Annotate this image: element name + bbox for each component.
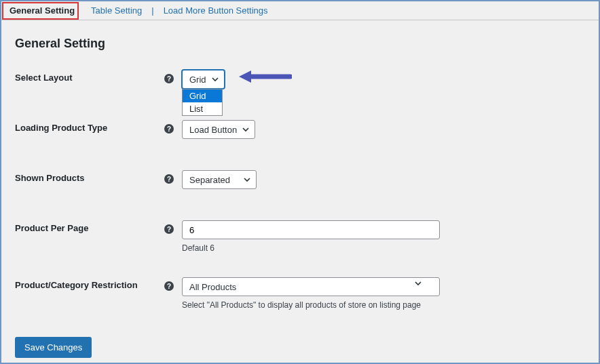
label-select-layout: Select Layout — [15, 70, 164, 83]
hint-per-page: Default 6 — [182, 243, 440, 253]
row-per-page: Product Per Page ? Default 6 — [15, 220, 585, 253]
annotation-arrow-icon — [238, 67, 292, 88]
select-shown-products[interactable]: Separated — [182, 170, 257, 189]
help-icon[interactable]: ? — [164, 224, 174, 234]
select-loading-type[interactable]: Load Button — [182, 120, 255, 139]
settings-panel: General Setting Table Setting | Load Mor… — [0, 0, 600, 364]
content-area: General Setting Select Layout ? Grid Gri… — [1, 20, 599, 364]
svg-marker-1 — [239, 70, 251, 83]
option-grid[interactable]: Grid — [183, 89, 222, 102]
row-loading-type: Loading Product Type ? Load Button — [15, 120, 585, 139]
label-loading-type: Loading Product Type — [15, 120, 164, 133]
tab-separator: | — [150, 5, 155, 16]
page-title: General Setting — [15, 37, 585, 51]
chevron-down-icon — [212, 76, 219, 83]
tab-table-setting[interactable]: Table Setting — [83, 1, 150, 20]
chevron-down-icon — [244, 176, 250, 183]
select-layout[interactable]: Grid — [182, 70, 225, 89]
row-select-layout: Select Layout ? Grid Grid List — [15, 70, 585, 89]
select-layout-dropdown: Grid List — [182, 89, 223, 116]
select-layout-value: Grid — [189, 75, 206, 85]
tab-bar: General Setting Table Setting | Load Mor… — [1, 1, 599, 20]
chevron-down-icon — [242, 126, 249, 133]
chevron-down-icon — [415, 280, 421, 287]
input-per-page[interactable] — [182, 220, 440, 239]
tab-load-more-settings[interactable]: Load More Button Settings — [155, 1, 276, 20]
tab-general-setting[interactable]: General Setting — [1, 1, 83, 20]
hint-restriction: Select "All Products" to display all pro… — [182, 300, 440, 310]
help-icon[interactable]: ? — [164, 281, 174, 291]
row-restriction: Product/Category Restriction ? All Produ… — [15, 277, 585, 310]
select-restriction[interactable]: All Products — [182, 277, 440, 296]
select-shown-products-value: Separated — [189, 175, 230, 185]
label-shown-products: Shown Products — [15, 170, 164, 183]
option-list[interactable]: List — [183, 102, 222, 115]
label-per-page: Product Per Page — [15, 220, 164, 233]
select-restriction-value: All Products — [189, 282, 236, 292]
save-changes-button[interactable]: Save Changes — [15, 337, 92, 358]
help-icon[interactable]: ? — [164, 174, 174, 184]
label-restriction: Product/Category Restriction — [15, 277, 164, 290]
help-icon[interactable]: ? — [164, 74, 174, 83]
row-shown-products: Shown Products ? Separated — [15, 170, 585, 189]
help-icon[interactable]: ? — [164, 124, 174, 134]
select-loading-type-value: Load Button — [189, 125, 237, 135]
